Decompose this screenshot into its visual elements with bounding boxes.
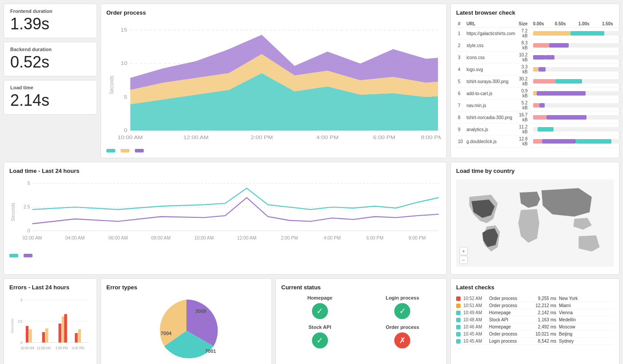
bc-bar (530, 52, 623, 64)
frontend-duration-label: Frontend duration (10, 8, 90, 14)
svg-text:5: 5 (20, 298, 23, 302)
backend-duration-label: Backend duration (10, 47, 90, 52)
lc-city: Miami (559, 303, 571, 308)
svg-text:0: 0 (124, 128, 128, 133)
bc-bar (530, 124, 623, 136)
svg-text:−: − (462, 257, 465, 263)
svg-text:2.5: 2.5 (18, 319, 23, 324)
svg-text:8:00 PM: 8:00 PM (409, 235, 425, 240)
load-time-24h-card: Load time - Last 24 hours 5 2.5 0 02:00 … (4, 162, 447, 275)
legend-purple-2 (24, 254, 32, 257)
svg-text:Seconds: Seconds (11, 319, 14, 333)
bc-num: 3 (456, 52, 465, 64)
svg-rect-48 (42, 332, 45, 342)
lc-name: Stock API (489, 317, 529, 322)
lc-city: Medellín (559, 317, 576, 322)
svg-text:0: 0 (20, 340, 23, 345)
browser-check-row: 7 nav.min.js 5.2 kB (456, 100, 623, 112)
svg-rect-47 (29, 329, 32, 343)
backend-duration-card: Backend duration 0.52s (4, 42, 97, 76)
svg-text:5: 5 (124, 94, 128, 100)
svg-text:10: 10 (121, 60, 127, 66)
bc-url: logo.svg (465, 64, 517, 76)
svg-text:2:00 PM: 2:00 PM (281, 235, 298, 240)
bc-size: 8.3 kB (517, 40, 530, 52)
svg-text:+: + (462, 248, 465, 254)
lc-ms: 9,255 ms (532, 296, 556, 301)
latest-check-row: 10:49 AM Homepage 2,142 ms Vienna (456, 309, 614, 316)
bc-num: 5 (456, 76, 465, 88)
lc-time: 10:48 AM (463, 317, 486, 322)
svg-rect-51 (62, 316, 65, 343)
current-status-title: Current status (281, 284, 441, 291)
error-types-card: Error types 3009 7001 7004 (101, 278, 272, 364)
world-map: + − (456, 179, 614, 268)
lc-name: Order process (489, 296, 529, 301)
bc-size: 7.2 kB (517, 28, 530, 40)
browser-check-title: Latest browser check (456, 9, 614, 16)
status-login-process: Login process ✓ (364, 295, 441, 319)
legend-orange (121, 149, 129, 152)
lc-status-dot (456, 339, 461, 344)
bc-bar (530, 76, 623, 88)
svg-rect-53 (75, 333, 77, 342)
errors-24h-card: Errors - Last 24 hours 5 2.5 0 (4, 278, 97, 364)
lc-city: Vienna (559, 310, 573, 315)
svg-text:12:00 AM: 12:00 AM (183, 135, 209, 140)
lc-ms: 2,142 ms (532, 310, 556, 315)
svg-rect-54 (78, 329, 81, 343)
latest-check-row: 10:51 AM Order process 12,212 ms Miami (456, 302, 614, 309)
svg-text:06:00 AM: 06:00 AM (109, 235, 128, 240)
lc-city: Sydney (559, 339, 574, 344)
svg-text:2:00 PM: 2:00 PM (56, 346, 68, 350)
lc-city: Moscow (559, 324, 575, 329)
lc-time: 10:52 AM (463, 296, 486, 301)
order-process-chart: 15 10 5 0 10:00 AM 12:00 AM 2:00 PM 4:00… (106, 20, 441, 145)
bc-url: tshirt-suraya-300.png (465, 76, 517, 88)
lc-city: New York (559, 296, 578, 301)
svg-rect-49 (45, 328, 48, 343)
homepage-status-icon: ✓ (312, 303, 328, 319)
load-time-value: 2.14s (10, 91, 90, 110)
bc-num: 1 (456, 28, 465, 40)
svg-text:02:00 AM: 02:00 AM (23, 235, 42, 240)
svg-text:04:00 AM: 04:00 AM (65, 235, 85, 240)
lc-name: Homepage (489, 324, 529, 329)
order-process-card: Order process 15 10 5 0 10:00 AM 12:00 A… (101, 4, 447, 158)
bc-size: 10.2 kB (517, 52, 530, 64)
load-by-country-title: Load time by country (456, 168, 614, 174)
bc-url: g.doubleclick.js (465, 136, 517, 148)
bc-size: 0.9 kB (517, 88, 530, 100)
legend-teal-2 (9, 254, 18, 257)
svg-text:7004: 7004 (161, 331, 172, 336)
login-process-label: Login process (386, 295, 419, 300)
bc-num: 9 (456, 124, 465, 136)
browser-check-row: 1 https://galacticshirts.com 7.2 kB (456, 28, 623, 40)
browser-check-row: 10 g.doubleclick.js 12.8 kB (456, 136, 623, 148)
lc-status-dot (456, 304, 461, 308)
lc-time: 10:45 AM (463, 339, 486, 344)
browser-check-row: 6 add-to-cart.js 0.9 kB (456, 88, 623, 100)
browser-check-card: Latest browser check # URL Size 0.00s 0.… (450, 4, 619, 158)
bc-num: 4 (456, 64, 465, 76)
bc-url: tshirt-norcadia-300.png (465, 112, 517, 124)
lc-name: Order process (489, 332, 529, 336)
svg-text:8:00 PM: 8:00 PM (421, 135, 441, 140)
svg-text:0: 0 (28, 228, 30, 233)
status-order-process: Order process ✗ (364, 324, 441, 348)
metrics-column: Frontend duration 1.39s Backend duration… (4, 4, 97, 158)
svg-text:12:00 AM: 12:00 AM (37, 346, 51, 350)
lc-status-dot (456, 325, 461, 329)
stock-api-status-icon: ✓ (312, 332, 328, 348)
load-by-country-card: Load time by country + (450, 162, 619, 275)
latest-check-row: 10:45 AM Login process 8,542 ms Sydney (456, 338, 614, 345)
lc-ms: 10,021 ms (532, 332, 556, 336)
order-process-status-icon: ✗ (394, 332, 410, 348)
bc-size: 16.7 kB (517, 112, 530, 124)
bc-num: 2 (456, 40, 465, 52)
lc-status-dot (456, 296, 461, 301)
lc-city: Beijing (559, 332, 572, 336)
bc-url: analytics.js (465, 124, 517, 136)
error-types-pie: 3009 7001 7004 (151, 295, 222, 364)
lc-ms: 2,492 ms (532, 324, 556, 329)
